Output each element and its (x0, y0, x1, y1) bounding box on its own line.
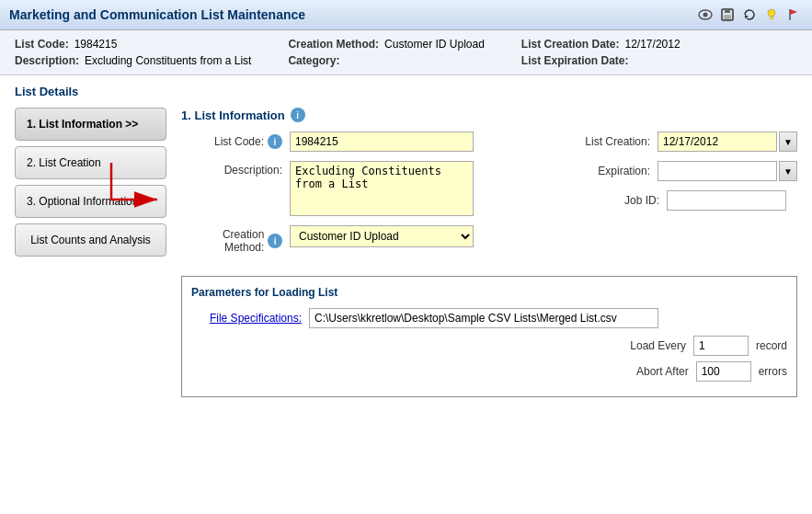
expiration-date-row: List Expiration Date: (521, 54, 680, 67)
svg-rect-3 (725, 9, 730, 13)
section-title-text: 1. List Information (181, 109, 285, 122)
list-code-field-label-text: List Code: (214, 135, 264, 148)
left-nav: 1. List Information >> 2. List Creation … (15, 108, 166, 397)
save-icon[interactable] (718, 6, 737, 24)
load-every-input[interactable] (693, 336, 749, 356)
right-panel: 1. List Information i List Code: i (181, 108, 797, 397)
abort-after-unit: errors (759, 365, 787, 378)
file-spec-input[interactable] (309, 308, 658, 328)
eye-icon[interactable] (696, 6, 715, 24)
load-every-row: Load Every record (191, 336, 787, 356)
creation-method-dropdown-wrapper: Customer ID Upload (290, 225, 474, 247)
creation-method-row: Creation Method: Customer ID Upload (288, 38, 484, 51)
expiration-field-label: Expiration: (577, 165, 650, 177)
load-every-label: Load Every (630, 339, 686, 352)
svg-point-1 (703, 13, 708, 17)
svg-marker-5 (745, 15, 749, 18)
info-col-right: List Creation Date: 12/17/2012 List Expi… (521, 38, 680, 67)
creation-date-row: List Creation Date: 12/17/2012 (521, 38, 680, 51)
list-creation-dropdown-btn[interactable]: ▼ (779, 131, 797, 152)
file-spec-label[interactable]: File Specifications: (191, 312, 302, 325)
svg-point-6 (768, 9, 775, 17)
creation-date-label: List Creation Date: (521, 38, 620, 51)
creation-method-select[interactable]: Customer ID Upload (290, 225, 474, 247)
description-field-row: Description: (181, 161, 558, 216)
list-creation-field-label: List Creation: (577, 135, 650, 148)
description-value: Excluding Constituents from a List (85, 54, 251, 67)
expiration-dropdown-btn[interactable]: ▼ (779, 161, 797, 181)
info-col-middle: Creation Method: Customer ID Upload Cate… (288, 38, 484, 67)
file-spec-row: File Specifications: (191, 308, 787, 328)
category-row: Category: (288, 54, 484, 67)
svg-rect-7 (770, 17, 773, 19)
description-field-label-text: Description: (224, 164, 282, 177)
page-title: Marketing and Communication List Mainten… (9, 7, 305, 22)
description-textarea[interactable] (290, 161, 474, 216)
lightbulb-icon[interactable] (762, 6, 781, 24)
job-id-field-label: Job ID: (577, 194, 659, 207)
abort-after-label: Abort After (636, 365, 689, 378)
section-info-icon[interactable]: i (291, 108, 305, 122)
nav-btn-list-info[interactable]: 1. List Information >> (15, 108, 166, 141)
job-id-input[interactable] (667, 190, 786, 211)
refresh-icon[interactable] (740, 6, 759, 24)
svg-rect-4 (724, 15, 731, 19)
list-code-label: List Code: (15, 38, 69, 51)
expiration-input[interactable] (658, 161, 777, 181)
expiration-dropdown-wrapper: ▼ (658, 161, 797, 181)
list-creation-input[interactable] (658, 131, 777, 152)
form-right: List Creation: ▼ Expiration: ▼ (577, 131, 797, 263)
nav-btn-list-creation[interactable]: 2. List Creation (15, 146, 166, 179)
abort-after-input[interactable] (696, 361, 751, 382)
creation-method-field-row: Creation Method: i Customer ID Upload (181, 225, 558, 254)
flag-icon[interactable] (784, 6, 803, 24)
list-code-row: List Code: 1984215 (15, 38, 251, 51)
creation-date-value: 12/17/2012 (625, 38, 680, 51)
parameters-section: Parameters for Loading List File Specifi… (181, 276, 797, 397)
creation-method-value: Customer ID Upload (384, 38, 485, 51)
list-creation-dropdown-wrapper: ▼ (658, 131, 797, 152)
expiration-field-row: Expiration: ▼ (577, 161, 797, 181)
description-row: Description: Excluding Constituents from… (15, 54, 251, 67)
job-id-field-row: Job ID: (577, 190, 797, 211)
toolbar-icons (696, 6, 803, 24)
creation-method-field-label-text: Creation Method: (181, 228, 264, 254)
creation-method-info-icon[interactable]: i (268, 234, 282, 248)
content-layout: 1. List Information >> 2. List Creation … (15, 108, 797, 397)
creation-method-label: Creation Method: (288, 38, 379, 51)
description-label: Description: (15, 54, 79, 67)
list-code-info-icon[interactable]: i (268, 134, 282, 149)
nav-btn-counts[interactable]: List Counts and Analysis (15, 223, 166, 257)
section-title: 1. List Information i (181, 108, 797, 122)
nav-btn-optional-info[interactable]: 3. Optional Information (15, 185, 166, 218)
form-layout: List Code: i Description: (181, 131, 797, 263)
load-every-unit: record (756, 339, 787, 352)
list-code-field-label: List Code: i (181, 131, 282, 149)
title-bar: Marketing and Communication List Mainten… (0, 0, 812, 30)
list-creation-field-row: List Creation: ▼ (577, 131, 797, 152)
creation-method-field-label: Creation Method: i (181, 225, 282, 254)
list-details-heading: List Details (15, 85, 797, 98)
list-code-value: 1984215 (74, 38, 118, 51)
info-col-left: List Code: 1984215 Description: Excludin… (15, 38, 251, 67)
form-left: List Code: i Description: (181, 131, 558, 263)
expiration-date-label: List Expiration Date: (521, 54, 629, 67)
parameters-title: Parameters for Loading List (191, 286, 787, 299)
description-field-label: Description: (181, 161, 282, 177)
category-label: Category: (288, 54, 339, 67)
main-content: List Details 1. List Information >> 2. L… (0, 75, 812, 406)
info-area: List Code: 1984215 Description: Excludin… (0, 30, 812, 75)
list-code-field-row: List Code: i (181, 131, 558, 152)
svg-marker-9 (790, 9, 797, 15)
list-code-input[interactable] (290, 131, 474, 152)
abort-after-row: Abort After errors (191, 361, 787, 382)
